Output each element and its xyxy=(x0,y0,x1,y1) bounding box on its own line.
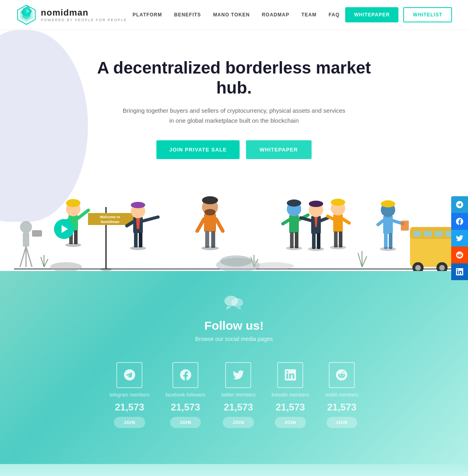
svg-point-5 xyxy=(50,262,82,271)
svg-point-47 xyxy=(130,246,146,250)
nav-buttons: WHITEPAPER WHITELIST xyxy=(345,7,452,22)
linkedin-card-icon xyxy=(277,362,303,388)
svg-point-58 xyxy=(220,255,252,267)
svg-line-54 xyxy=(197,219,204,231)
nav-faq[interactable]: FAQ xyxy=(328,12,340,18)
svg-rect-22 xyxy=(413,231,421,237)
svg-line-15 xyxy=(362,256,367,267)
reddit-count: 21,573 xyxy=(327,402,356,413)
svg-rect-94 xyxy=(23,233,29,247)
svg-rect-80 xyxy=(339,231,342,247)
linkedin-join-button[interactable]: JOIN xyxy=(275,417,306,428)
bottom-gradient xyxy=(0,464,468,476)
svg-line-55 xyxy=(216,219,223,231)
play-button[interactable] xyxy=(54,219,74,239)
nav-whitepaper-button[interactable]: WHITEPAPER xyxy=(345,7,398,22)
reddit-join-button[interactable]: JOIN xyxy=(326,417,358,428)
svg-point-61 xyxy=(287,199,301,207)
svg-rect-24 xyxy=(435,231,443,237)
svg-line-97 xyxy=(26,247,32,267)
svg-line-65 xyxy=(283,220,289,224)
twitter-card: twitter members 21,573 JOIN xyxy=(221,362,255,428)
svg-line-45 xyxy=(143,217,158,221)
svg-rect-43 xyxy=(134,232,138,247)
svg-line-13 xyxy=(358,253,362,267)
svg-line-73 xyxy=(301,218,311,221)
logo-icon xyxy=(16,4,37,25)
social-sidebar xyxy=(451,196,468,280)
reddit-card: reddit members 21,573 JOIN xyxy=(325,362,358,428)
svg-point-92 xyxy=(380,247,396,251)
svg-point-51 xyxy=(202,196,218,204)
navbar: nomidman POWERED BY PEOPLE FOR PEOPLE PL… xyxy=(0,0,468,30)
linkedin-count: 21,573 xyxy=(276,402,305,413)
twitter-card-icon xyxy=(225,362,251,388)
facebook-card-icon xyxy=(172,362,198,388)
svg-point-38 xyxy=(100,268,112,271)
hero-whitepaper-button[interactable]: WHITEPAPER xyxy=(246,140,312,159)
facebook-join-button[interactable]: JOIN xyxy=(170,417,201,428)
hero-section: A decentralized borderless market hub. B… xyxy=(0,30,468,271)
nav-roadmap[interactable]: ROADMAP xyxy=(262,12,289,18)
nav-benefits[interactable]: BENEFITS xyxy=(174,12,201,18)
logo-text: nomidman POWERED BY PEOPLE FOR PEOPLE xyxy=(41,8,127,22)
svg-point-6 xyxy=(254,262,294,270)
svg-line-9 xyxy=(44,259,48,267)
social-twitter-btn[interactable] xyxy=(451,230,468,247)
hero-subtitle-line1: Bringing together buyers and sellers of … xyxy=(123,107,346,114)
follow-section: Follow us! Browse our social media pages… xyxy=(0,271,468,464)
svg-line-7 xyxy=(41,257,44,267)
svg-point-50 xyxy=(204,209,216,215)
svg-point-21 xyxy=(439,265,445,271)
svg-rect-44 xyxy=(139,232,142,247)
svg-point-86 xyxy=(381,200,395,207)
join-private-sale-button[interactable]: JOIN PRIVATE SALE xyxy=(156,140,240,159)
svg-point-78 xyxy=(331,199,345,206)
social-cards: telegram members 21,573 JOIN facebook fo… xyxy=(110,362,358,428)
svg-rect-23 xyxy=(424,231,432,237)
nav-whitelist-button[interactable]: WHITELIST xyxy=(403,7,452,22)
svg-point-75 xyxy=(308,247,324,251)
telegram-card: telegram members 21,573 JOIN xyxy=(110,362,150,428)
svg-rect-90 xyxy=(401,221,409,231)
svg-rect-63 xyxy=(295,232,298,248)
reddit-card-icon xyxy=(329,362,355,388)
nav-team[interactable]: TEAM xyxy=(301,12,316,18)
twitter-count: 21,573 xyxy=(224,402,253,413)
svg-text:Welcome to: Welcome to xyxy=(100,215,120,219)
svg-rect-53 xyxy=(211,231,215,248)
svg-rect-84 xyxy=(383,216,393,234)
social-facebook-btn[interactable] xyxy=(451,213,468,230)
svg-point-66 xyxy=(286,246,302,250)
social-reddit-btn[interactable] xyxy=(451,247,468,263)
telegram-join-button[interactable]: JOIN xyxy=(114,417,145,428)
telegram-count: 21,573 xyxy=(115,402,144,413)
telegram-label: telegram members xyxy=(110,392,150,398)
facebook-label: facebook followers xyxy=(166,392,205,398)
follow-subtitle: Browse our social media pages xyxy=(195,336,273,342)
svg-rect-98 xyxy=(32,230,42,237)
hero-buttons: JOIN PRIVATE SALE WHITEPAPER xyxy=(94,140,374,159)
logo[interactable]: nomidman POWERED BY PEOPLE FOR PEOPLE xyxy=(16,4,127,25)
svg-rect-79 xyxy=(334,231,338,247)
social-telegram-btn[interactable] xyxy=(451,196,468,213)
facebook-count: 21,573 xyxy=(171,402,200,413)
twitter-join-button[interactable]: JOIN xyxy=(223,417,254,428)
hero-content: A decentralized borderless market hub. B… xyxy=(94,58,374,175)
svg-rect-48 xyxy=(204,214,216,232)
svg-point-42 xyxy=(131,202,145,208)
scene-svg: Welcome to Nomidman xyxy=(14,175,454,271)
social-linkedin-btn[interactable] xyxy=(451,263,468,280)
hero-subtitle: Bringing together buyers and sellers of … xyxy=(94,106,374,126)
svg-point-70 xyxy=(309,201,323,207)
nav-platform[interactable]: PLATFORM xyxy=(133,12,162,18)
svg-point-56 xyxy=(201,246,219,250)
svg-rect-88 xyxy=(389,233,392,249)
svg-rect-62 xyxy=(290,232,294,248)
nav-links: PLATFORM BENEFITS MANO TOKEN ROADMAP TEA… xyxy=(133,12,340,18)
chat-icon xyxy=(224,295,244,311)
hero-illustration: Welcome to Nomidman xyxy=(14,175,454,271)
twitter-label: twitter members xyxy=(221,392,255,398)
svg-rect-59 xyxy=(289,215,299,233)
nav-mano-token[interactable]: MANO TOKEN xyxy=(213,12,250,18)
